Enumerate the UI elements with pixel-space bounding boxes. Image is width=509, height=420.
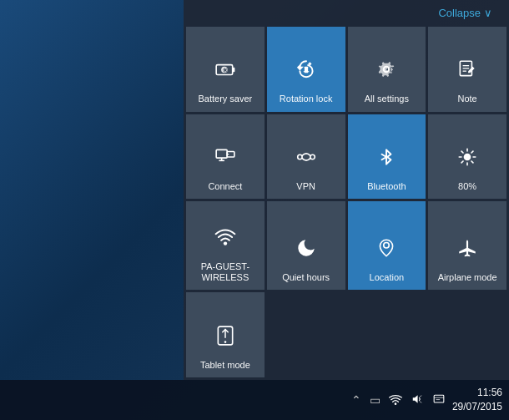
- taskbar-date: 29/07/2015: [452, 400, 502, 414]
- tile-quiet-hours[interactable]: Quiet hours: [267, 201, 345, 290]
- quiet-hours-label: Quiet hours: [282, 272, 330, 283]
- svg-line-25: [461, 161, 463, 163]
- note-icon: [456, 58, 478, 89]
- airplane-mode-label: Airplane mode: [438, 272, 497, 283]
- volume-taskbar-icon[interactable]: [411, 393, 424, 407]
- wifi-label: PA-GUEST-WIRELESS: [189, 261, 261, 283]
- vpn-icon: [295, 146, 317, 176]
- chevron-up-icon[interactable]: ⌃: [351, 393, 361, 407]
- connect-icon: [214, 146, 236, 176]
- settings-icon: [375, 58, 397, 89]
- collapse-chevron: ∨: [484, 7, 492, 19]
- svg-line-24: [471, 151, 473, 153]
- svg-line-33: [420, 401, 421, 402]
- svg-rect-10: [216, 149, 227, 158]
- svg-rect-5: [303, 72, 309, 73]
- battery-saver-label: Battery saver: [198, 94, 252, 104]
- svg-point-26: [224, 241, 227, 245]
- tile-tablet-mode[interactable]: Tablet mode: [186, 292, 265, 377]
- bluetooth-label: Bluetooth: [367, 181, 406, 192]
- tile-brightness[interactable]: 80%: [428, 114, 506, 200]
- svg-point-29: [224, 341, 227, 343]
- tablet-mode-label: Tablet mode: [200, 360, 250, 371]
- tile-all-settings[interactable]: All settings: [348, 27, 426, 112]
- svg-rect-34: [434, 395, 444, 402]
- taskbar-sys-icons: ⌃ ▭: [351, 393, 446, 407]
- rotation-icon: [295, 58, 317, 89]
- tile-connect[interactable]: Connect: [186, 114, 265, 200]
- battery-taskbar-icon[interactable]: ▭: [370, 393, 380, 407]
- collapse-button[interactable]: Collapse ∨: [184, 0, 509, 24]
- tile-bluetooth[interactable]: Bluetooth: [348, 114, 426, 200]
- vpn-label: VPN: [296, 181, 315, 192]
- bluetooth-icon: [375, 146, 397, 176]
- svg-point-17: [464, 154, 471, 161]
- taskbar-time: 11:56: [452, 386, 502, 400]
- svg-point-16: [310, 154, 315, 159]
- svg-point-15: [297, 154, 301, 159]
- collapse-label: Collapse: [438, 7, 481, 19]
- note-label: Note: [458, 94, 477, 104]
- tile-note[interactable]: Note: [428, 27, 506, 112]
- tiles-grid: ☀ Battery saver Rotation lock: [184, 24, 509, 380]
- location-icon: [375, 237, 397, 267]
- wifi-taskbar-icon[interactable]: [389, 393, 402, 407]
- tile-wifi[interactable]: PA-GUEST-WIRELESS: [186, 201, 265, 290]
- rotation-lock-label: Rotation lock: [280, 94, 333, 104]
- connect-label: Connect: [208, 181, 242, 192]
- location-label: Location: [370, 272, 405, 283]
- airplane-icon: [456, 237, 478, 267]
- svg-line-22: [461, 151, 463, 153]
- brightness-label: 80%: [458, 181, 476, 192]
- action-center-panel: Collapse ∨ ☀ Battery saver: [184, 0, 509, 380]
- svg-point-31: [395, 402, 397, 405]
- wifi-icon: [214, 226, 236, 256]
- notification-taskbar-icon[interactable]: [432, 393, 446, 407]
- taskbar-clock[interactable]: 11:56 29/07/2015: [452, 386, 502, 414]
- brightness-icon: [456, 146, 478, 176]
- all-settings-label: All settings: [365, 94, 409, 104]
- taskbar-right: ⌃ ▭: [351, 386, 509, 414]
- tile-rotation-lock[interactable]: Rotation lock: [267, 27, 345, 112]
- svg-text:☀: ☀: [222, 68, 228, 75]
- svg-rect-1: [233, 68, 235, 72]
- tile-airplane-mode[interactable]: Airplane mode: [428, 201, 506, 290]
- svg-line-32: [420, 395, 421, 396]
- tile-vpn[interactable]: VPN: [267, 114, 345, 200]
- battery-icon: ☀: [214, 58, 236, 89]
- svg-line-23: [471, 161, 473, 163]
- taskbar: ⌃ ▭: [0, 380, 509, 420]
- tile-location[interactable]: Location: [348, 201, 426, 290]
- quiet-hours-icon: [295, 237, 317, 267]
- tablet-mode-icon: [214, 325, 236, 355]
- svg-point-27: [384, 243, 390, 249]
- tile-battery-saver[interactable]: ☀ Battery saver: [186, 27, 265, 112]
